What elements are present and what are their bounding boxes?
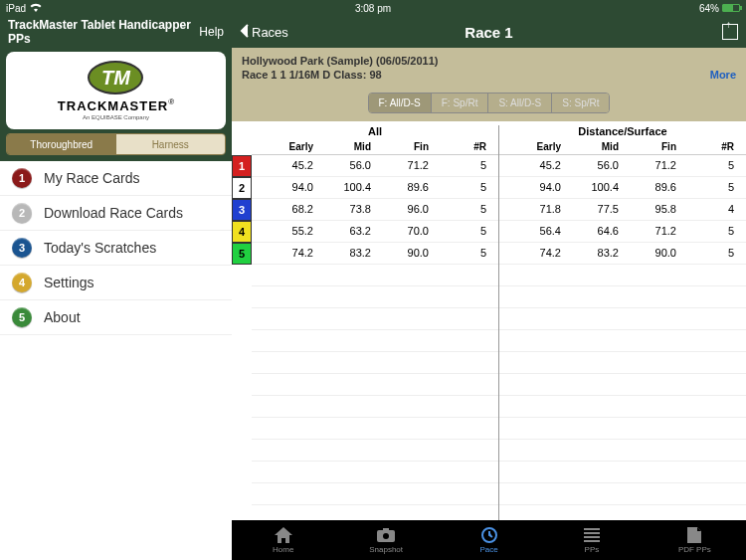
help-link[interactable]: Help xyxy=(199,25,224,39)
menu-number-icon: 2 xyxy=(12,203,32,223)
col-mid: Mid xyxy=(565,139,623,154)
menu-number-icon: 1 xyxy=(12,168,32,188)
table-cell: 71.8 xyxy=(507,203,565,215)
tab-label: Pace xyxy=(479,545,497,554)
back-label: Races xyxy=(252,25,288,40)
table-cell: 74.2 xyxy=(260,247,317,259)
table-cell: 71.2 xyxy=(623,159,680,171)
table-cell: 56.4 xyxy=(507,225,565,237)
more-link[interactable]: More xyxy=(710,69,736,81)
row-numbers: 12345 xyxy=(232,121,252,520)
menu-item[interactable]: 5About xyxy=(0,300,232,335)
menu-item[interactable]: 4Settings xyxy=(0,266,232,300)
table-cell: 63.2 xyxy=(317,225,375,237)
nav-title: Race 1 xyxy=(465,24,512,41)
svg-rect-2 xyxy=(383,528,389,531)
table-cell: 74.2 xyxy=(507,247,565,259)
table-cell: 64.6 xyxy=(565,225,623,237)
table-cell: 73.8 xyxy=(317,203,375,215)
tab-home[interactable]: Home xyxy=(232,520,334,560)
menu-label: My Race Cards xyxy=(44,170,139,186)
table-cell: 4 xyxy=(680,203,738,215)
saddle-number: 3 xyxy=(232,199,252,221)
table-cell: 77.5 xyxy=(565,203,623,215)
breed-segment[interactable]: Thoroughbred Harness xyxy=(6,133,226,155)
saddle-number: 2 xyxy=(232,177,252,199)
table-cell: 83.2 xyxy=(565,247,623,259)
race-info-bar: Hollywood Park (Sample) (06/05/2011) Rac… xyxy=(232,48,746,87)
col-nr: #R xyxy=(680,139,738,154)
table-cell: 90.0 xyxy=(623,247,680,259)
main-content: Races Race 1 Hollywood Park (Sample) (06… xyxy=(232,16,746,560)
menu-item[interactable]: 1My Race Cards xyxy=(0,161,232,196)
table-cell: 89.6 xyxy=(375,181,433,193)
svg-rect-5 xyxy=(584,532,600,534)
share-button[interactable] xyxy=(722,24,738,40)
menu-number-icon: 3 xyxy=(12,238,32,258)
table-row: 74.283.290.05 xyxy=(499,243,746,265)
logo-card: TM TRACKMASTER® An EQUIBASE Company xyxy=(6,52,226,129)
tab-label: PDF PPs xyxy=(678,545,711,554)
table-cell: 5 xyxy=(680,159,738,171)
table-row: 71.877.595.84 xyxy=(499,199,746,221)
table-cell: 5 xyxy=(433,159,490,171)
table-cell: 5 xyxy=(680,181,738,193)
filter-f-sp-rt[interactable]: F: Sp/Rt xyxy=(432,93,489,112)
table-cell: 45.2 xyxy=(507,159,565,171)
sidebar: TrackMaster Tablet Handicapper PPs Help … xyxy=(0,16,232,560)
table-cell: 56.0 xyxy=(565,159,623,171)
table-cell: 83.2 xyxy=(317,247,375,259)
menu-number-icon: 4 xyxy=(12,273,32,292)
menu-label: Today's Scratches xyxy=(44,240,156,256)
svg-rect-6 xyxy=(584,536,600,538)
status-time: 3:08 pm xyxy=(355,3,391,14)
logo-text: TRACKMASTER xyxy=(58,98,168,113)
table-cell: 95.8 xyxy=(623,203,680,215)
menu-item[interactable]: 2Download Race Cards xyxy=(0,196,232,231)
back-button[interactable]: Races xyxy=(240,24,288,41)
menu-number-icon: 5 xyxy=(12,307,32,327)
segment-thoroughbred[interactable]: Thoroughbred xyxy=(7,134,116,154)
table-cell: 5 xyxy=(433,181,490,193)
tab-pdf-pps[interactable]: PDF PPs xyxy=(644,520,746,560)
table-row: 56.464.671.25 xyxy=(499,221,746,243)
tab-label: Snapshot xyxy=(369,545,403,554)
menu-item[interactable]: 3Today's Scratches xyxy=(0,231,232,266)
camera-icon xyxy=(376,526,396,544)
col-fin: Fin xyxy=(375,139,433,154)
table-cell: 71.2 xyxy=(623,225,680,237)
clock-icon xyxy=(479,526,499,544)
device-label: iPad xyxy=(6,3,26,14)
tab-label: PPs xyxy=(585,545,600,554)
table-ds-title: Distance/Surface xyxy=(499,121,746,139)
info-line-1: Hollywood Park (Sample) (06/05/2011) xyxy=(242,54,736,68)
tab-snapshot[interactable]: Snapshot xyxy=(334,520,437,560)
filter-s-sp-rt[interactable]: S: Sp/Rt xyxy=(552,93,609,112)
table-cell: 89.6 xyxy=(623,181,680,193)
table-cell: 56.0 xyxy=(317,159,375,171)
table-row: 45.256.071.25 xyxy=(252,155,498,177)
table-cell: 100.4 xyxy=(565,181,623,193)
nav-bar: Races Race 1 xyxy=(232,16,746,48)
table-cell: 71.2 xyxy=(375,159,433,171)
col-fin: Fin xyxy=(623,139,680,154)
document-icon xyxy=(684,526,704,544)
segment-harness[interactable]: Harness xyxy=(116,134,226,154)
menu-label: Settings xyxy=(44,275,94,290)
col-nr: #R xyxy=(433,139,490,154)
saddle-number: 1 xyxy=(232,155,252,177)
filter-s-all-ds[interactable]: S: All/D-S xyxy=(488,93,552,112)
wifi-icon xyxy=(30,3,42,14)
filter-bar: F: All/D-S F: Sp/Rt S: All/D-S S: Sp/Rt xyxy=(232,87,746,121)
col-mid: Mid xyxy=(317,139,375,154)
table-row: 68.273.896.05 xyxy=(252,199,498,221)
menu-list: 1My Race Cards2Download Race Cards3Today… xyxy=(0,161,232,560)
list-icon xyxy=(582,526,602,544)
table-cell: 55.2 xyxy=(260,225,317,237)
battery-pct: 64% xyxy=(699,3,719,14)
tab-pace[interactable]: Pace xyxy=(438,520,540,560)
logo-subtitle: An EQUIBASE Company xyxy=(83,114,149,120)
table-cell: 90.0 xyxy=(375,247,433,259)
filter-f-all-ds[interactable]: F: All/D-S xyxy=(369,93,432,112)
tab-pps[interactable]: PPs xyxy=(540,520,643,560)
